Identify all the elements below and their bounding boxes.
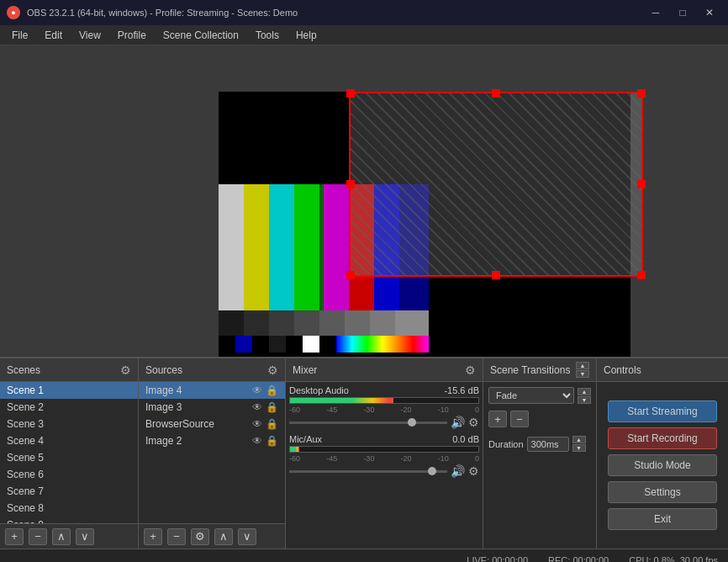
source-item[interactable]: Image 2 👁 🔒 xyxy=(139,432,285,449)
channel-settings-icon[interactable]: ⚙ xyxy=(468,416,479,429)
transitions-panel-title: Scene Transitions xyxy=(490,364,570,376)
duration-spinners[interactable]: ▲ ▼ xyxy=(572,436,586,452)
menu-view[interactable]: View xyxy=(71,28,109,43)
transition-spin-down[interactable]: ▼ xyxy=(576,370,589,378)
live-status: LIVE: 00:00:00 xyxy=(467,555,528,563)
volume-knob[interactable] xyxy=(428,467,436,475)
scene-item[interactable]: Scene 9 xyxy=(0,517,138,523)
start-streaming-button[interactable]: Start Streaming xyxy=(608,400,717,422)
meter-bar xyxy=(289,397,479,404)
settings-button[interactable]: Settings xyxy=(608,481,717,503)
eye-icon[interactable]: 👁 xyxy=(252,401,262,413)
channel-name: Desktop Audio xyxy=(289,385,349,395)
duration-down[interactable]: ▼ xyxy=(572,444,586,452)
maximize-button[interactable]: □ xyxy=(671,4,694,21)
scene-item[interactable]: Scene 4 xyxy=(0,432,138,449)
transitions-panel-header: Scene Transitions ▲ ▼ xyxy=(483,358,596,382)
volume-row: 🔊 ⚙ xyxy=(289,416,479,429)
source-icons: 👁 🔒 xyxy=(252,435,278,447)
duration-up[interactable]: ▲ xyxy=(572,436,586,443)
eye-icon[interactable]: 👁 xyxy=(252,435,262,447)
mixer-config-icon[interactable]: ⚙ xyxy=(465,363,476,377)
svg-rect-6 xyxy=(319,184,324,310)
move-scene-down-button[interactable]: ∨ xyxy=(76,528,94,545)
remove-transition-button[interactable]: − xyxy=(510,411,529,427)
duration-label: Duration xyxy=(488,439,524,449)
sources-panel-header: Sources ⚙ xyxy=(139,358,285,382)
svg-rect-2 xyxy=(219,184,244,310)
source-name: Image 2 xyxy=(145,435,182,447)
remove-scene-button[interactable]: − xyxy=(29,528,47,545)
svg-rect-11 xyxy=(219,310,244,336)
volume-slider[interactable] xyxy=(289,470,447,473)
scene-item[interactable]: Scene 1 xyxy=(0,382,138,399)
duration-input[interactable] xyxy=(527,437,569,452)
scenes-config-icon[interactable]: ⚙ xyxy=(120,363,131,377)
svg-rect-16 xyxy=(345,310,370,336)
title-bar: ● OBS 23.2.1 (64-bit, windows) - Profile… xyxy=(0,0,728,25)
source-item[interactable]: Image 4 👁 🔒 xyxy=(139,382,285,399)
svg-rect-22 xyxy=(269,336,286,353)
scene-item[interactable]: Scene 6 xyxy=(0,466,138,483)
scene-item[interactable]: Scene 2 xyxy=(0,399,138,416)
sources-config-icon[interactable]: ⚙ xyxy=(267,363,278,377)
scene-item[interactable]: Scene 8 xyxy=(0,500,138,517)
close-button[interactable]: ✕ xyxy=(698,4,721,21)
transition-type-down[interactable]: ▼ xyxy=(578,396,591,404)
transition-type-spinners[interactable]: ▲ ▼ xyxy=(578,388,591,404)
lock-icon[interactable]: 🔒 xyxy=(266,435,278,447)
menu-scene-collection[interactable]: Scene Collection xyxy=(155,28,247,43)
menu-tools[interactable]: Tools xyxy=(247,28,288,43)
menu-file[interactable]: File xyxy=(3,28,36,43)
eye-icon[interactable]: 👁 xyxy=(252,384,262,396)
move-scene-up-button[interactable]: ∧ xyxy=(52,528,71,545)
add-scene-button[interactable]: + xyxy=(5,528,24,545)
menu-profile[interactable]: Profile xyxy=(109,28,155,43)
lock-icon[interactable]: 🔒 xyxy=(266,401,278,413)
preview-area xyxy=(0,45,728,357)
source-icons: 👁 🔒 xyxy=(252,418,278,430)
transition-type-up[interactable]: ▲ xyxy=(578,388,591,395)
channel-settings-icon[interactable]: ⚙ xyxy=(468,464,479,478)
scene-item[interactable]: Scene 5 xyxy=(0,449,138,466)
volume-slider[interactable] xyxy=(289,422,447,424)
remove-source-button[interactable]: − xyxy=(167,528,186,545)
minimize-button[interactable]: ─ xyxy=(644,4,667,21)
transition-spin-up[interactable]: ▲ xyxy=(576,362,589,369)
eye-icon[interactable]: 👁 xyxy=(252,418,262,430)
studio-mode-button[interactable]: Studio Mode xyxy=(608,454,717,476)
move-source-down-button[interactable]: ∨ xyxy=(238,528,256,545)
volume-knob[interactable] xyxy=(408,418,416,427)
lock-icon[interactable]: 🔒 xyxy=(266,384,278,396)
source-settings-button[interactable]: ⚙ xyxy=(191,528,209,545)
add-source-button[interactable]: + xyxy=(144,528,162,545)
mute-icon[interactable]: 🔊 xyxy=(451,416,465,429)
transition-select[interactable]: Fade Cut Move Wipe Swipe Slide Stinger xyxy=(488,387,574,404)
source-name: Image 3 xyxy=(145,401,182,413)
add-transition-button[interactable]: + xyxy=(488,411,507,427)
source-item[interactable]: BrowserSource 👁 🔒 xyxy=(139,416,285,432)
scenes-list: Scene 1 Scene 2 Scene 3 Scene 4 Scene 5 … xyxy=(0,382,138,523)
controls-panel-header: Controls xyxy=(597,358,728,382)
start-recording-button[interactable]: Start Recording xyxy=(608,427,717,449)
duration-row: Duration ▲ ▼ xyxy=(488,436,591,452)
transitions-config-spinners[interactable]: ▲ ▼ xyxy=(576,362,589,378)
desktop-audio-channel: Desktop Audio -15.6 dB -60-45-30-20-100 … xyxy=(289,385,479,429)
svg-rect-21 xyxy=(252,336,269,353)
menu-edit[interactable]: Edit xyxy=(36,28,71,43)
menu-bar: File Edit View Profile Scene Collection … xyxy=(0,25,728,45)
channel-header: Mic/Aux 0.0 dB xyxy=(289,434,479,444)
lock-icon[interactable]: 🔒 xyxy=(266,418,278,430)
scene-item[interactable]: Scene 7 xyxy=(0,483,138,500)
scene-item[interactable]: Scene 3 xyxy=(0,416,138,432)
channel-db: 0.0 dB xyxy=(452,434,479,444)
window-controls[interactable]: ─ □ ✕ xyxy=(644,4,721,21)
status-bar: LIVE: 00:00:00 REC: 00:00:00 CPU: 0.8%, … xyxy=(0,549,728,562)
mute-icon[interactable]: 🔊 xyxy=(451,464,465,478)
source-item[interactable]: Image 3 👁 🔒 xyxy=(139,399,285,416)
mixer-content: Desktop Audio -15.6 dB -60-45-30-20-100 … xyxy=(286,382,483,549)
exit-button[interactable]: Exit xyxy=(608,508,717,530)
move-source-up-button[interactable]: ∧ xyxy=(214,528,233,545)
svg-rect-3 xyxy=(244,184,269,310)
menu-help[interactable]: Help xyxy=(288,28,325,43)
